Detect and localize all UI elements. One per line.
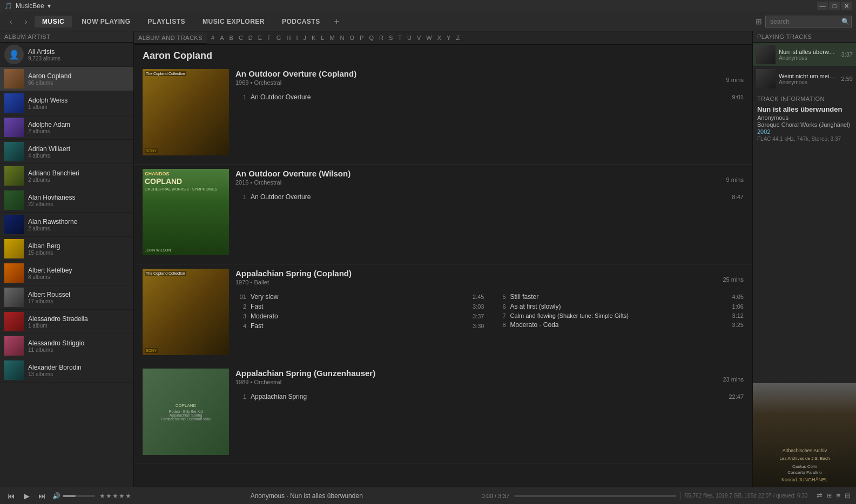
sidebar-item-adrian-willaert[interactable]: Adrian Willaert 4 albums (0, 140, 133, 164)
alpha-L[interactable]: L (319, 33, 326, 42)
table-row[interactable]: 1 Appalachian Spring 22:47 (235, 392, 744, 401)
alpha-K[interactable]: K (309, 33, 318, 42)
sidebar-item-adolph-weiss[interactable]: Adolph Weiss 1 album (0, 91, 133, 115)
album-appalachian-copland-info: Appalachian Spring (Copland) 1970 • Ball… (235, 269, 744, 355)
alpha-N[interactable]: N (338, 33, 347, 42)
adolph-weiss-thumb (4, 93, 24, 113)
table-row[interactable]: 5 Still faster 4:05 (495, 292, 744, 302)
play-button[interactable]: ▶ (22, 491, 32, 501)
sidebar-item-aaron-copland[interactable]: Aaron Copland 66 albums (0, 67, 133, 91)
album-appalachian-gunzenhauser: COPLAND Rodeo · Billy the KidAppalachian… (134, 364, 752, 464)
minimize-button[interactable]: — (817, 2, 828, 10)
table-row[interactable]: 1 An Outdoor Overture 9:01 (235, 92, 744, 102)
alpha-E[interactable]: E (256, 33, 264, 42)
table-row[interactable]: 3 Moderato 3:37 (235, 311, 484, 321)
alpha-Y[interactable]: Y (444, 33, 453, 42)
prev-button[interactable]: ⏮ (5, 491, 17, 501)
sidebar-item-adriano-banchieri[interactable]: Adriano Banchieri 2 albums (0, 164, 133, 188)
search-input[interactable] (765, 16, 852, 28)
alpha-I[interactable]: I (294, 33, 300, 42)
forward-button[interactable]: › (19, 15, 32, 28)
alpha-U[interactable]: U (405, 33, 414, 42)
playing-track-2[interactable]: Weint nicht um meinen Tod Anonymous 2:59 (753, 67, 856, 91)
search-icon[interactable]: 🔍 (841, 18, 850, 25)
aaron-copland-name: Aaron Copland (28, 72, 129, 80)
sidebar-item-albert-roussel[interactable]: Albert Roussel 17 albums (0, 285, 133, 310)
adrian-willaert-name: Adrian Willaert (28, 145, 129, 153)
playing-track-1[interactable]: Nun ist alles überwunden Anonymous 3:37 (753, 43, 856, 67)
alpha-W[interactable]: W (424, 33, 434, 42)
album-cover-gunzenhauser[interactable]: COPLAND Rodeo · Billy the KidAppalachian… (143, 369, 229, 455)
sidebar-item-all-artists[interactable]: 👤 All Artists 9,723 albums (0, 43, 133, 67)
add-tab-button[interactable]: + (330, 15, 343, 29)
album-cover-appalachian-copland[interactable]: The Copland Collection SONY (143, 269, 229, 355)
layout-icon[interactable]: ⊞ (756, 17, 762, 26)
tab-playlists[interactable]: PLAYLISTS (140, 16, 193, 28)
albert-ketelbey-albums: 8 albums (28, 274, 129, 280)
track-name: Very slow (251, 293, 457, 301)
album-cover-outdoor-copland[interactable]: The Copland Collection SONY (143, 69, 229, 155)
track-duration: 4:05 (717, 294, 744, 300)
alpha-R[interactable]: R (377, 33, 386, 42)
alpha-A[interactable]: A (218, 33, 226, 42)
alpha-M[interactable]: M (327, 33, 336, 42)
alpha-P[interactable]: P (358, 33, 366, 42)
alpha-S[interactable]: S (387, 33, 395, 42)
maximize-button[interactable]: □ (829, 2, 840, 10)
sidebar-item-albert-ketelbey[interactable]: Albert Ketèlbey 8 albums (0, 261, 133, 285)
sidebar-item-alan-rawsthorne[interactable]: Alan Rawsthorne 2 albums (0, 213, 133, 237)
track-info-album: Baroque Choral Works (Junghänel) (757, 121, 852, 128)
tab-podcasts[interactable]: PODCASTS (274, 16, 328, 28)
back-button[interactable]: ‹ (4, 15, 17, 28)
all-artists-info: All Artists 9,723 albums (28, 48, 129, 62)
sidebar-item-alban-berg[interactable]: Alban Berg 15 albums (0, 237, 133, 261)
volume-slider[interactable] (63, 495, 95, 497)
track-number: 8 (495, 322, 510, 328)
table-row[interactable]: 6 As at first (slowly) 1:06 (495, 302, 744, 311)
alpha-F[interactable]: F (265, 33, 273, 42)
alpha-O[interactable]: O (348, 33, 357, 42)
alpha-Z[interactable]: Z (454, 33, 462, 42)
alpha-B[interactable]: B (227, 33, 235, 42)
alpha-D[interactable]: D (246, 33, 255, 42)
app-menu-arrow[interactable]: ▾ (48, 2, 51, 10)
track-name: Fast (251, 322, 457, 330)
alpha-C[interactable]: C (237, 33, 245, 42)
alpha-J[interactable]: J (301, 33, 308, 42)
tab-music-explorer[interactable]: MUSIC EXPLORER (195, 16, 272, 28)
adolph-weiss-albums: 1 album (28, 104, 129, 110)
table-row[interactable]: 8 Moderato - Coda 3:25 (495, 320, 744, 330)
shuffle-icon[interactable]: ⇄ (817, 492, 823, 500)
table-row[interactable]: 7 Calm and flowing (Shaker tune: Simple … (495, 311, 744, 320)
star-rating[interactable]: ★★★★★ (99, 492, 132, 500)
tab-music[interactable]: MUSIC (35, 16, 72, 28)
album-cover-outdoor-wilson[interactable]: CHANDOS COPLAND ORCHESTRAL WORKS 2 · SYM… (143, 169, 229, 255)
alpha-X[interactable]: X (435, 33, 443, 42)
track-name: Moderato (251, 312, 457, 320)
alpha-Q[interactable]: Q (367, 33, 376, 42)
progress-bar[interactable] (514, 495, 676, 497)
table-row[interactable]: 2 Fast 3:03 (235, 302, 484, 311)
volume-icon[interactable]: 🔊 (52, 492, 60, 500)
next-button[interactable]: ⏭ (36, 491, 48, 501)
alpha-H[interactable]: H (284, 33, 293, 42)
track-duration: 9:01 (717, 94, 744, 100)
table-row[interactable]: 01 Very slow 2:45 (235, 292, 484, 302)
stradella-info: Alessandro Stradella 1 album (28, 315, 129, 329)
sidebar-item-stradella[interactable]: Alessandro Stradella 1 album (0, 310, 133, 334)
alpha-G[interactable]: G (274, 33, 284, 42)
sidebar-item-alan-hovhaness[interactable]: Alan Hovhaness 22 albums (0, 188, 133, 213)
grid-icon[interactable]: ⊟ (845, 492, 851, 500)
eq-icon[interactable]: ≡ (836, 492, 840, 500)
table-row[interactable]: 1 An Outdoor Overture 8:47 (235, 192, 744, 202)
alpha-hash[interactable]: # (209, 33, 217, 42)
tab-now-playing[interactable]: NOW PLAYING (74, 16, 138, 28)
sidebar-item-adolphe-adam[interactable]: Adolphe Adam 2 albums (0, 115, 133, 140)
sidebar-item-striggio[interactable]: Alessandro Striggio 11 albums (0, 334, 133, 358)
alpha-T[interactable]: T (396, 33, 404, 42)
alpha-V[interactable]: V (415, 33, 423, 42)
table-row[interactable]: 4 Fast 3:30 (235, 321, 484, 331)
sidebar-item-borodin[interactable]: Alexander Borodin 13 albums (0, 358, 133, 383)
close-button[interactable]: ✕ (841, 2, 852, 10)
os-icon[interactable]: ⊞ (827, 492, 832, 499)
